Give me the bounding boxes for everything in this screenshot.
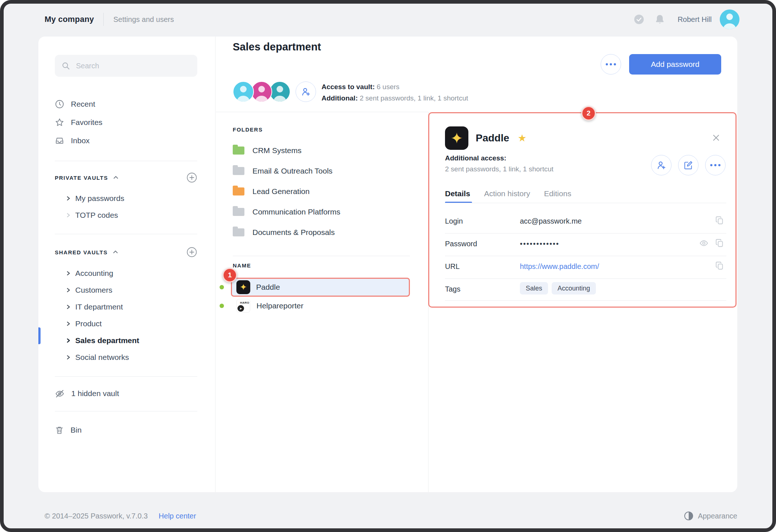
sidebar-item-sales-department[interactable]: Sales department — [66, 332, 197, 349]
folder-lead-generation[interactable]: Lead Generation — [233, 184, 408, 199]
add-private-vault-button[interactable] — [186, 172, 197, 183]
copy-icon — [715, 216, 724, 225]
member-avatar[interactable] — [233, 81, 254, 102]
inbox-icon — [55, 136, 64, 145]
search-icon — [61, 61, 70, 70]
notifications-button[interactable] — [655, 14, 665, 24]
chevron-right-icon — [66, 321, 71, 326]
password-label: Password — [445, 240, 477, 248]
tag-sales[interactable]: Sales — [520, 282, 548, 294]
collapse-section-button[interactable] — [112, 249, 119, 255]
close-details-button[interactable] — [711, 132, 722, 143]
tasks-check-button[interactable] — [634, 14, 644, 24]
folders-section-label: FOLDERS — [233, 126, 263, 133]
copy-login-button[interactable] — [715, 216, 724, 225]
member-avatar[interactable] — [269, 81, 290, 102]
add-shared-vault-button[interactable] — [186, 247, 197, 258]
share-access-button[interactable] — [651, 155, 672, 175]
sidebar-item-customers[interactable]: Customers — [66, 282, 197, 299]
tags-label: Tags — [445, 285, 460, 293]
tab-editions[interactable]: Editions — [544, 189, 571, 198]
details-tabs: Details Action history Editions — [445, 189, 585, 198]
record-more-actions-button[interactable] — [705, 155, 726, 175]
edit-pencil-icon — [684, 160, 693, 170]
additional-label: Additional: — [322, 94, 358, 102]
header-divider — [216, 112, 428, 112]
search-input[interactable] — [75, 61, 186, 71]
sidebar-item-totp-codes[interactable]: TOTP codes — [66, 207, 197, 224]
folder-crm-systems[interactable]: CRM Systems — [233, 143, 408, 158]
sidebar-item-accounting[interactable]: Accounting — [66, 265, 197, 282]
appearance-contrast-icon — [684, 511, 693, 521]
folder-email-outreach-tools[interactable]: Email & Outreach Tools — [233, 164, 408, 178]
sidebar-divider — [55, 234, 197, 234]
help-center-link[interactable]: Help center — [159, 512, 196, 520]
current-user-name[interactable]: Robert Hill — [678, 15, 712, 24]
settings-and-users-link[interactable]: Settings and users — [113, 15, 174, 24]
edit-record-button[interactable] — [678, 155, 699, 175]
copy-url-button[interactable] — [715, 261, 724, 270]
url-label: URL — [445, 262, 460, 271]
tabs-divider — [445, 203, 726, 203]
access-label: Access to vault: — [322, 83, 375, 91]
sidebar-item-inbox[interactable]: Inbox — [55, 132, 197, 150]
sidebar-item-bin[interactable]: Bin — [55, 421, 197, 439]
company-name: My company — [45, 15, 94, 24]
folder-icon — [233, 187, 244, 195]
tag-accounting[interactable]: Accounting — [552, 282, 596, 294]
sidebar-item-it-department[interactable]: IT department — [66, 299, 197, 315]
hidden-vaults-toggle[interactable]: 1 hidden vault — [55, 384, 197, 403]
row-divider — [445, 256, 726, 256]
copy-icon — [715, 261, 724, 270]
person-silhouette-icon — [720, 10, 739, 29]
user-avatar[interactable] — [720, 10, 739, 29]
shared-vaults-header: SHARED VAULTS — [55, 246, 197, 259]
vault-more-actions-button[interactable] — [601, 54, 621, 75]
folder-icon — [233, 147, 244, 155]
eye-off-icon — [55, 389, 65, 399]
app-window: My company Settings and users Robert Hil… — [0, 0, 776, 532]
vault-access-summary: Access to vault: 6 users Additional: 2 s… — [322, 81, 468, 104]
folder-communication-platforms[interactable]: Communication Platforms — [233, 205, 408, 219]
sidebar-item-favorites[interactable]: Favorites — [55, 113, 197, 132]
tab-action-history[interactable]: Action history — [484, 189, 530, 198]
tab-details[interactable]: Details — [445, 189, 470, 198]
sidebar: Recent Favorites Inbox PRIVATE VAULTS — [38, 37, 216, 492]
member-avatar[interactable] — [251, 81, 272, 102]
access-value: 6 users — [377, 83, 399, 91]
password-item-helpareporter[interactable]: HARO ➤ Helpareporter — [231, 296, 410, 315]
login-label: Login — [445, 217, 463, 225]
person-silhouette-icon — [270, 82, 290, 102]
favorite-star-icon[interactable]: ★ — [518, 132, 526, 144]
url-value-link[interactable]: https://www.paddle.com/ — [520, 262, 599, 271]
top-bar: My company Settings and users Robert Hil… — [4, 4, 772, 35]
additional-access-value: 2 sent passwords, 1 link, 1 shortcut — [445, 165, 554, 173]
add-password-button[interactable]: Add password — [629, 54, 721, 75]
collapse-section-button[interactable] — [113, 174, 119, 181]
folder-icon — [233, 167, 244, 175]
private-vaults-label[interactable]: PRIVATE VAULTS — [55, 175, 108, 181]
sidebar-item-social-networks[interactable]: Social networks — [66, 349, 197, 366]
invite-user-button[interactable] — [296, 81, 316, 102]
additional-value: 2 sent passwords, 1 link, 1 shortcut — [360, 94, 468, 102]
name-column-label: NAME — [233, 262, 251, 269]
appearance-toggle[interactable]: Appearance — [684, 511, 737, 521]
annotation-badge-2: 2 — [581, 106, 596, 121]
sidebar-divider — [55, 411, 197, 411]
section-divider — [233, 256, 410, 256]
helpareporter-logo-icon: HARO ➤ — [236, 299, 250, 313]
chevron-right-icon — [66, 213, 71, 218]
shared-vaults-label[interactable]: SHARED VAULTS — [55, 249, 108, 255]
plus-circle-icon — [186, 172, 197, 183]
sidebar-item-product[interactable]: Product — [66, 315, 197, 332]
sidebar-item-my-passwords[interactable]: My passwords — [66, 190, 197, 207]
sidebar-item-recent[interactable]: Recent — [55, 95, 197, 113]
paddle-logo-icon: ✦ — [236, 280, 250, 294]
private-vaults-header: PRIVATE VAULTS — [55, 171, 197, 184]
reveal-password-button[interactable] — [699, 238, 709, 248]
password-item-paddle[interactable]: ✦ Paddle — [231, 278, 410, 297]
folder-documents-proposals[interactable]: Documents & Proposals — [233, 225, 408, 240]
search-box[interactable] — [55, 55, 197, 77]
copy-password-button[interactable] — [715, 238, 724, 248]
chevron-up-icon — [112, 249, 119, 255]
